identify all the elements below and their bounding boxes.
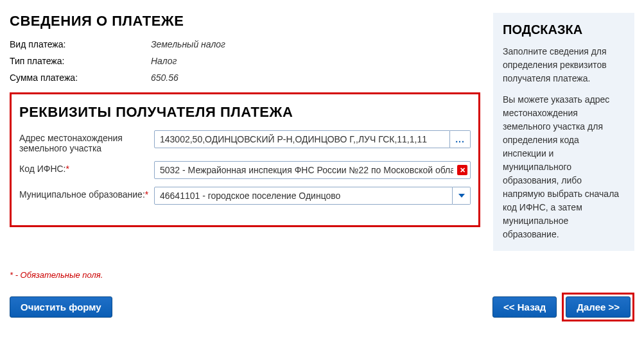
- hint-paragraph-2: Вы можете указать адрес местонахождения …: [503, 93, 625, 241]
- ifns-input[interactable]: [154, 161, 471, 179]
- chevron-down-icon: [458, 194, 465, 198]
- recipient-section-title: РЕКВИЗИТЫ ПОЛУЧАТЕЛЯ ПЛАТЕЖА: [19, 104, 471, 121]
- back-button[interactable]: << Назад: [492, 296, 557, 318]
- clear-form-button[interactable]: Очистить форму: [10, 296, 112, 318]
- hint-paragraph-1: Заполните сведения для определения рекви…: [503, 45, 625, 85]
- municipal-row: Муниципальное образование:*: [19, 187, 471, 205]
- required-asterisk: *: [145, 189, 148, 200]
- address-input[interactable]: [154, 130, 450, 148]
- ifns-row: Код ИФНС:* ✕: [19, 161, 471, 179]
- ifns-clear-icon[interactable]: ✕: [457, 165, 467, 175]
- payment-amount-value: 650.56: [151, 73, 178, 83]
- payment-kind-value: Налог: [151, 56, 177, 66]
- payment-amount-row: Сумма платежа: 650.56: [10, 73, 480, 83]
- municipal-label: Муниципальное образование:*: [19, 187, 154, 200]
- required-asterisk: *: [66, 164, 69, 174]
- payment-kind-row: Тип платежа: Налог: [10, 56, 480, 66]
- hint-panel: ПОДСКАЗКА Заполните сведения для определ…: [493, 13, 634, 251]
- payment-amount-label: Сумма платежа:: [10, 73, 151, 83]
- payment-type-value: Земельный налог: [151, 39, 225, 49]
- payment-section-title: СВЕДЕНИЯ О ПЛАТЕЖЕ: [10, 13, 480, 30]
- municipal-select[interactable]: [154, 187, 453, 205]
- municipal-dropdown-button[interactable]: [453, 187, 471, 205]
- address-label: Адрес местонахождения земельного участка: [19, 130, 154, 153]
- payment-kind-label: Тип платежа:: [10, 56, 151, 66]
- required-fields-note: * - Обязательные поля.: [10, 270, 634, 280]
- next-button[interactable]: Далее >>: [566, 296, 631, 318]
- hint-title: ПОДСКАЗКА: [503, 22, 625, 37]
- payment-type-label: Вид платежа:: [10, 39, 151, 49]
- address-row: Адрес местонахождения земельного участка…: [19, 130, 471, 153]
- next-button-highlight: Далее >>: [562, 293, 634, 321]
- recipient-highlight-box: РЕКВИЗИТЫ ПОЛУЧАТЕЛЯ ПЛАТЕЖА Адрес место…: [10, 92, 480, 227]
- ifns-label: Код ИФНС:*: [19, 161, 154, 174]
- payment-type-row: Вид платежа: Земельный налог: [10, 39, 480, 49]
- address-lookup-button[interactable]: ...: [450, 130, 471, 148]
